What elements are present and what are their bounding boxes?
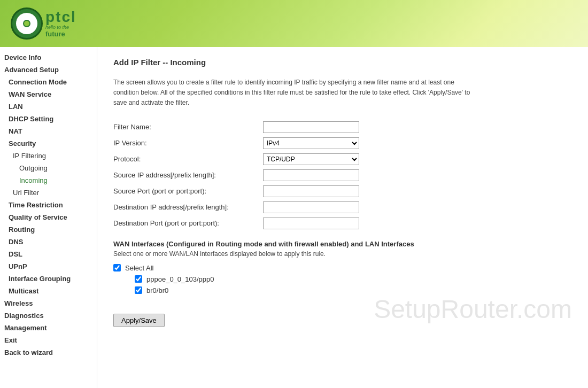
- sidebar-item-security[interactable]: Security: [0, 137, 97, 150]
- dest-port-label: Destination Port (port or port:port):: [113, 219, 263, 227]
- filter-name-label: Filter Name:: [113, 123, 263, 131]
- wan-title: WAN Interfaces (Configured in Routing mo…: [113, 240, 572, 248]
- sidebar-item-management[interactable]: Management: [0, 322, 97, 334]
- source-port-input[interactable]: [263, 185, 359, 197]
- description: The screen allows you to create a filter…: [113, 77, 477, 108]
- sidebar-item-lan[interactable]: LAN: [0, 100, 97, 113]
- header: ptcl hello to the future: [0, 0, 588, 47]
- sidebar-item-wan-service[interactable]: WAN Service: [0, 88, 97, 100]
- page-title: Add IP Filter -- Incoming: [113, 58, 572, 67]
- protocol-select[interactable]: TCP/UDP TCP UDP ICMP ANY: [263, 153, 359, 165]
- logo-text: ptcl hello to the future: [45, 10, 76, 38]
- sidebar-item-outgoing[interactable]: Outgoing: [0, 162, 97, 174]
- main-content: Add IP Filter -- Incoming The screen all…: [97, 47, 588, 388]
- sidebar-item-incoming[interactable]: Incoming: [0, 174, 97, 187]
- ip-version-select[interactable]: IPv4 IPv6: [263, 137, 359, 149]
- protocol-label: Protocol:: [113, 155, 263, 163]
- logo-future: future: [45, 30, 76, 38]
- logo-ptcl-text: ptcl: [45, 10, 76, 25]
- interface-row-1: br0/br0: [135, 286, 572, 294]
- watermark: SetupRouter.com: [374, 294, 572, 324]
- sidebar-item-exit[interactable]: Exit: [0, 334, 97, 346]
- sidebar-item-wireless[interactable]: Wireless: [0, 297, 97, 309]
- interface-row-0: pppoe_0_0_103/ppp0: [135, 275, 572, 283]
- wan-section: WAN Interfaces (Configured in Routing mo…: [113, 240, 572, 294]
- dest-ip-label: Destination IP address[/prefix length]:: [113, 203, 263, 211]
- sidebar-item-upnp[interactable]: UPnP: [0, 260, 97, 273]
- sidebar-item-connection-mode[interactable]: Connection Mode: [0, 76, 97, 88]
- wan-subtitle: Select one or more WAN/LAN interfaces di…: [113, 250, 572, 258]
- dest-ip-row: Destination IP address[/prefix length]:: [113, 201, 572, 213]
- select-all-row: Select All: [113, 264, 572, 272]
- source-ip-input[interactable]: [263, 169, 359, 181]
- dest-ip-input[interactable]: [263, 201, 359, 213]
- protocol-row: Protocol: TCP/UDP TCP UDP ICMP ANY: [113, 153, 572, 165]
- logo-dot: [23, 20, 30, 27]
- apply-save-button[interactable]: Apply/Save: [113, 314, 165, 327]
- interface-label-1: br0/br0: [146, 286, 168, 294]
- sidebar-item-multicast[interactable]: Multicast: [0, 285, 97, 297]
- dest-port-row: Destination Port (port or port:port):: [113, 218, 572, 229]
- sidebar-item-advanced-setup[interactable]: Advanced Setup: [0, 64, 97, 76]
- sidebar-item-dhcp-setting[interactable]: DHCP Setting: [0, 113, 97, 125]
- select-all-checkbox[interactable]: [113, 264, 121, 271]
- sidebar-item-ip-filtering[interactable]: IP Filtering: [0, 150, 97, 162]
- logo-circle: [11, 7, 43, 40]
- source-port-row: Source Port (port or port:port):: [113, 185, 572, 197]
- ip-version-label: IP Version:: [113, 139, 263, 147]
- source-port-label: Source Port (port or port:port):: [113, 187, 263, 195]
- filter-name-input[interactable]: [263, 121, 359, 133]
- sidebar-item-dns[interactable]: DNS: [0, 236, 97, 248]
- source-ip-label: Source IP address[/prefix length]:: [113, 171, 263, 179]
- source-ip-row: Source IP address[/prefix length]:: [113, 169, 572, 181]
- sidebar-item-device-info[interactable]: Device Info: [0, 51, 97, 64]
- sidebar-item-time-restriction[interactable]: Time Restriction: [0, 199, 97, 211]
- ip-version-row: IP Version: IPv4 IPv6: [113, 137, 572, 149]
- interface-checkbox-0[interactable]: [135, 275, 142, 283]
- sidebar: Device InfoAdvanced SetupConnection Mode…: [0, 47, 97, 388]
- logo: ptcl hello to the future: [11, 7, 76, 40]
- sidebar-item-routing[interactable]: Routing: [0, 223, 97, 236]
- sidebar-item-interface-grouping[interactable]: Interface Grouping: [0, 273, 97, 285]
- logo-inner: [16, 13, 37, 34]
- select-all-label: Select All: [125, 264, 153, 272]
- logo-tagline: hello to the: [45, 25, 76, 30]
- interface-label-0: pppoe_0_0_103/ppp0: [146, 275, 214, 283]
- layout: Device InfoAdvanced SetupConnection Mode…: [0, 47, 588, 388]
- sidebar-item-quality-of-service[interactable]: Quality of Service: [0, 211, 97, 223]
- sidebar-item-nat[interactable]: NAT: [0, 125, 97, 137]
- sidebar-item-back-to-wizard[interactable]: Back to wizard: [0, 346, 97, 359]
- interface-checkbox-1[interactable]: [135, 286, 142, 294]
- sidebar-item-diagnostics[interactable]: Diagnostics: [0, 309, 97, 322]
- filter-name-row: Filter Name:: [113, 121, 572, 133]
- dest-port-input[interactable]: [263, 218, 359, 229]
- sidebar-item-url-filter[interactable]: Url Filter: [0, 187, 97, 199]
- sidebar-item-dsl[interactable]: DSL: [0, 248, 97, 260]
